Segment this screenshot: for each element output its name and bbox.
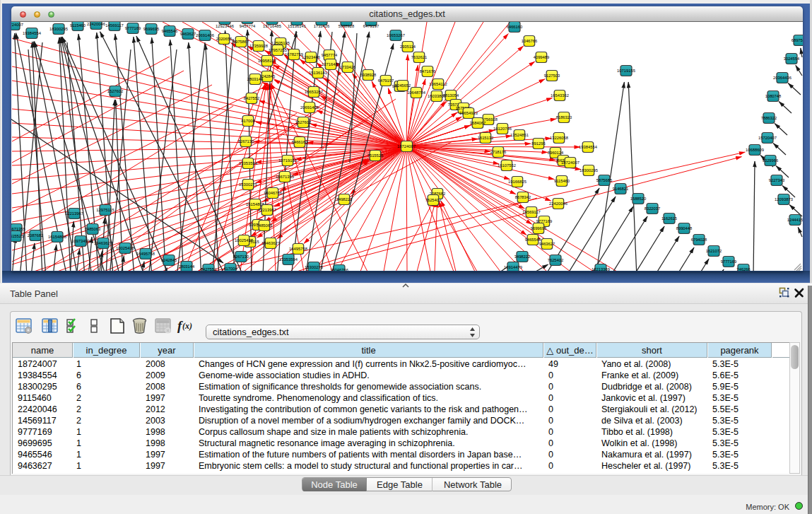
svg-text:(x): (x): [182, 321, 192, 331]
